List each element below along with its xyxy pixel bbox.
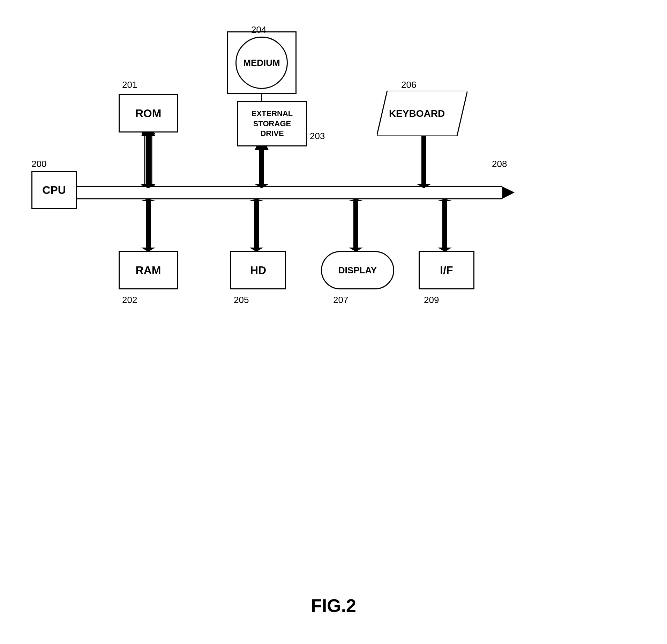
- ram-box: RAM: [119, 251, 178, 289]
- medium-circle: MEDIUM: [235, 37, 288, 89]
- ref-205: 205: [234, 295, 249, 305]
- esd-box: EXTERNAL STORAGE DRIVE: [237, 101, 307, 146]
- hd-label: HD: [250, 264, 266, 277]
- svg-rect-20: [421, 134, 426, 185]
- ref-201: 201: [122, 79, 137, 90]
- svg-rect-17: [259, 148, 264, 186]
- if-box: I/F: [419, 251, 474, 289]
- svg-rect-26: [254, 199, 259, 250]
- ref-203: 203: [310, 131, 325, 142]
- hd-box: HD: [230, 251, 286, 289]
- ref-207: 207: [333, 295, 348, 305]
- diagram-svg: [21, 21, 649, 404]
- ram-arrow: [141, 199, 155, 252]
- ram-label: RAM: [136, 264, 161, 277]
- keyboard-label: KEYBOARD: [389, 108, 445, 119]
- svg-marker-7: [502, 187, 515, 199]
- svg-rect-23: [146, 199, 151, 250]
- display-arrow: [349, 199, 363, 252]
- diagram: CPU ROM MEDIUM EXTERNAL STORAGE DRIVE KE…: [21, 21, 649, 579]
- ref-208: 208: [492, 159, 507, 169]
- ref-204: 204: [251, 24, 266, 35]
- ref-200: 200: [31, 159, 46, 169]
- display-label: DISPLAY: [338, 265, 377, 276]
- display-box: DISPLAY: [321, 251, 394, 289]
- medium-box: MEDIUM: [227, 31, 297, 94]
- svg-rect-14: [146, 134, 151, 185]
- keyboard-svg: KEYBOARD: [377, 91, 467, 136]
- svg-rect-29: [353, 199, 358, 250]
- esd-label: EXTERNAL STORAGE DRIVE: [252, 109, 293, 139]
- ref-206: 206: [401, 79, 416, 90]
- rom-box: ROM: [119, 94, 178, 132]
- ref-209: 209: [424, 295, 439, 305]
- figure-label: FIG.2: [311, 595, 356, 616]
- ref-202: 202: [122, 295, 137, 305]
- if-label: I/F: [440, 264, 453, 277]
- rom-label: ROM: [135, 107, 162, 120]
- svg-rect-32: [442, 199, 447, 250]
- cpu-label: CPU: [42, 184, 66, 197]
- medium-label: MEDIUM: [243, 58, 280, 68]
- cpu-box: CPU: [31, 171, 77, 209]
- hd-arrow: [249, 199, 263, 252]
- if-arrow: [438, 199, 452, 252]
